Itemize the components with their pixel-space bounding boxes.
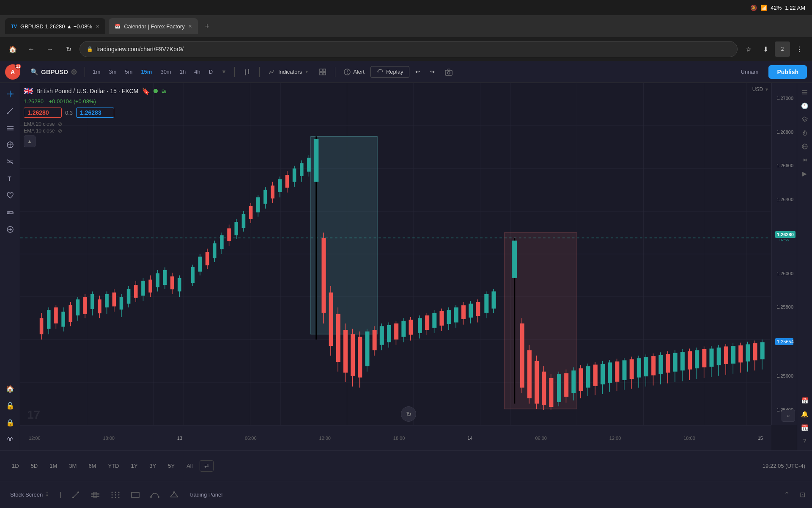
crosshair-tool[interactable]: [3, 86, 18, 102]
tf-ytd[interactable]: YTD: [103, 460, 124, 472]
unnamed-button[interactable]: Unnam: [736, 66, 764, 77]
bookmark-button[interactable]: ☆: [741, 41, 756, 57]
diagonal-tool-bottom[interactable]: [69, 488, 82, 502]
tab-tradingview[interactable]: TV GBPUSD 1.26280 ▲ +0.08% ✕: [5, 18, 105, 34]
tf-1m[interactable]: 1M: [44, 460, 62, 472]
watchlist-button[interactable]: [799, 86, 811, 98]
symbol-search-button[interactable]: 🔍 GBPUSD ⊕: [27, 66, 80, 78]
notifications-side-button[interactable]: 🔔: [799, 408, 811, 420]
tf-d[interactable]: D: [206, 67, 216, 77]
calendar-button[interactable]: 📅: [799, 395, 811, 406]
screener-button[interactable]: [799, 141, 811, 152]
tf-3m[interactable]: 3m: [105, 67, 120, 77]
line-tool-bottom[interactable]: |: [57, 489, 64, 501]
stock-screen-button[interactable]: Stock Screen ⠿: [7, 490, 52, 500]
ruler-tool[interactable]: [3, 205, 18, 220]
tf-1d[interactable]: 1D: [7, 460, 24, 472]
heart-tool[interactable]: [3, 188, 18, 203]
history-button[interactable]: 🕐: [799, 100, 811, 112]
tf-3m[interactable]: 3M: [64, 460, 82, 472]
tf-6m[interactable]: 6M: [83, 460, 101, 472]
parallel-lines-tool[interactable]: [88, 488, 103, 502]
broadcast-button[interactable]: [799, 154, 811, 166]
svg-rect-97: [170, 276, 174, 289]
home-button[interactable]: 🏠: [5, 41, 20, 57]
tf-5y[interactable]: 5Y: [163, 460, 180, 472]
publish-button[interactable]: Publish: [768, 65, 807, 79]
forward-button[interactable]: →: [42, 41, 58, 57]
tf-more[interactable]: ▼: [218, 67, 230, 77]
download-button[interactable]: ⬇: [758, 41, 773, 57]
shape-tool[interactable]: [167, 489, 181, 501]
screenshot-button[interactable]: [441, 66, 457, 78]
line-tool[interactable]: [3, 103, 18, 119]
tf-30m[interactable]: 30m: [157, 67, 174, 77]
maximize-button[interactable]: ⊡: [800, 491, 805, 499]
help-button[interactable]: ?: [799, 435, 811, 447]
redo-button[interactable]: ↪: [426, 66, 439, 77]
add-indicator-tool[interactable]: [3, 222, 18, 237]
date-range-button[interactable]: ⇄: [200, 460, 214, 472]
profile-avatar[interactable]: A 11: [5, 64, 20, 80]
currency-selector[interactable]: USD ▼: [752, 86, 769, 92]
back-button[interactable]: ←: [24, 41, 39, 57]
trading-panel-button[interactable]: trading Panel: [187, 490, 226, 500]
tf-1m[interactable]: 1m: [89, 67, 104, 77]
tf-4h[interactable]: 4h: [191, 67, 203, 77]
svg-point-270: [115, 491, 116, 493]
tf-3y[interactable]: 3Y: [144, 460, 161, 472]
svg-rect-219: [637, 358, 641, 377]
lock-tool[interactable]: 🔓: [3, 398, 18, 413]
chart-container[interactable]: 🇬🇧 British Pound / U.S. Dollar · 15 · FX…: [20, 83, 797, 450]
bid-input[interactable]: [24, 108, 62, 118]
text-tool[interactable]: T: [3, 171, 18, 186]
templates-icon: [319, 68, 326, 76]
tf-1h[interactable]: 1h: [176, 67, 189, 77]
home-position-tool[interactable]: 🏠: [3, 381, 18, 396]
tf-15m[interactable]: 15m: [137, 67, 155, 77]
svg-rect-235: [695, 350, 699, 368]
extensions-badge[interactable]: 2: [775, 41, 790, 57]
tf-5m[interactable]: 5m: [121, 67, 136, 77]
fib-tool[interactable]: [3, 154, 18, 169]
settings-button[interactable]: [799, 127, 811, 139]
dots-pattern-tool[interactable]: [108, 488, 123, 502]
bookmark-icon[interactable]: 🔖: [142, 87, 150, 95]
eye-tool[interactable]: 👁: [3, 432, 18, 447]
address-bar[interactable]: 🔒 tradingview.com/chart/F9V7Kbr9/: [80, 41, 738, 57]
tab-forex-factory[interactable]: 📅 Calendar | Forex Factory ✕: [109, 18, 198, 34]
calendar2-button[interactable]: 📆: [799, 422, 811, 433]
horizontal-line-tool[interactable]: [3, 120, 18, 135]
expand-bottom-button[interactable]: ⌃: [781, 489, 793, 500]
tf-1y[interactable]: 1Y: [126, 460, 143, 472]
collapse-indicators-button[interactable]: ▲: [24, 135, 36, 147]
tab1-close[interactable]: ✕: [96, 24, 99, 29]
camera-icon: [445, 68, 453, 76]
tf-all[interactable]: All: [181, 460, 198, 472]
replay-side-button[interactable]: ▶: [799, 168, 811, 179]
svg-rect-185: [512, 240, 517, 278]
layers-button[interactable]: [799, 113, 811, 125]
chart-expand-button[interactable]: »: [782, 410, 795, 422]
ask-input[interactable]: [76, 108, 114, 118]
multi-tool[interactable]: [3, 137, 18, 152]
alert-button[interactable]: Alert: [340, 66, 369, 77]
menu-button[interactable]: ⋮: [792, 41, 807, 57]
curve-tool[interactable]: [148, 489, 162, 501]
replay-button[interactable]: Replay: [370, 66, 409, 78]
new-tab-button[interactable]: +: [201, 20, 213, 32]
ema20-eye[interactable]: ⊘: [58, 121, 62, 127]
price-level-3: 1.26600: [775, 163, 793, 168]
lock2-tool[interactable]: 🔒: [3, 415, 18, 430]
ema10-eye[interactable]: ⊘: [58, 128, 62, 134]
tf-5d[interactable]: 5D: [26, 460, 43, 472]
templates-button[interactable]: [315, 66, 331, 78]
chart-reload-button[interactable]: ↻: [401, 406, 416, 422]
chart-type-button[interactable]: [239, 66, 255, 78]
reload-button[interactable]: ↻: [61, 41, 76, 57]
tab2-close[interactable]: ✕: [188, 24, 192, 29]
indicators-button[interactable]: Indicators ▼: [264, 66, 313, 78]
price-inputs: 0.3: [24, 108, 167, 118]
undo-button[interactable]: ↩: [411, 66, 424, 77]
rectangle-tool[interactable]: [128, 489, 143, 501]
